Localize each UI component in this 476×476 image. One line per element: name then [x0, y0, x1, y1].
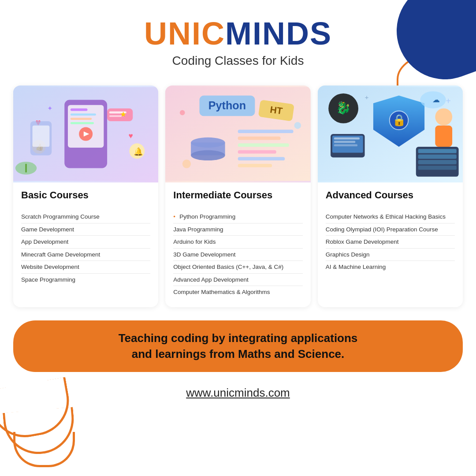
banner-line1: Teaching coding by integrating applicati… — [119, 331, 358, 345]
list-item: 3D Game Development — [173, 249, 302, 261]
list-item: Game Development — [21, 223, 150, 236]
list-item: Computer Networks & Ethical Hacking Basi… — [326, 211, 455, 223]
list-item: Space Programming — [21, 274, 150, 286]
svg-rect-35 — [238, 150, 276, 154]
basic-card-content: Basic Courses Scratch Programming Course… — [13, 182, 158, 294]
svg-text:🔒: 🔒 — [392, 113, 406, 127]
brand-logo: UNICMINDS — [9, 18, 467, 49]
svg-point-46 — [435, 108, 452, 126]
svg-rect-34 — [238, 143, 289, 147]
intermediate-course-list: Python Programming Java Programming Ardu… — [173, 211, 302, 298]
website-section: www.unicminds.com — [0, 379, 476, 407]
svg-point-38 — [180, 110, 185, 115]
svg-rect-6 — [71, 122, 94, 124]
svg-text:HT: HT — [269, 104, 283, 117]
list-item: Object Oriented Basics (C++, Java, & C#) — [173, 261, 302, 274]
advanced-course-list: Computer Networks & Ethical Hacking Basi… — [326, 211, 455, 273]
svg-text:🐉: 🐉 — [336, 100, 351, 115]
cards-container: ♥ ♥ 👍 ★ ✦ 🔔 Basic Courses — [0, 77, 476, 316]
logo-unic: UNIC — [144, 16, 225, 51]
svg-rect-32 — [238, 130, 294, 133]
svg-rect-4 — [71, 114, 96, 116]
advanced-card-content: Advanced Courses Computer Networks & Eth… — [318, 182, 463, 282]
svg-rect-56 — [418, 160, 456, 164]
svg-point-39 — [294, 122, 301, 129]
svg-rect-21 — [33, 126, 50, 147]
header: UNICMINDS Coding Classes for Kids — [0, 0, 476, 77]
list-item: Arduino for Kids — [173, 236, 302, 249]
list-item: Graphics Design — [326, 249, 455, 261]
bottom-banner: Teaching coding by integrating applicati… — [13, 320, 463, 372]
list-item: Python Programming — [173, 211, 302, 223]
advanced-card-image: 🐉 🔒 — [318, 86, 463, 182]
svg-text:★: ★ — [120, 110, 126, 119]
svg-rect-37 — [238, 164, 272, 167]
intermediate-card: Python HT Interm — [165, 86, 310, 307]
svg-text:+: + — [446, 96, 450, 106]
list-item: Advanced App Development — [173, 274, 302, 286]
intermediate-card-content: Intermediate Courses Python Programming … — [165, 182, 310, 307]
svg-rect-57 — [418, 166, 456, 170]
svg-rect-36 — [238, 157, 285, 160]
list-item: Java Programming — [173, 223, 302, 236]
svg-rect-2 — [68, 105, 104, 148]
list-item: Coding Olympiad (IOI) Preparation Course — [326, 223, 455, 236]
svg-point-31 — [191, 150, 225, 160]
svg-rect-50 — [334, 138, 359, 140]
basic-card-title: Basic Courses — [21, 190, 150, 205]
svg-rect-55 — [418, 154, 456, 159]
list-item: App Development — [21, 236, 150, 249]
banner-text: Teaching coding by integrating applicati… — [31, 330, 445, 362]
advanced-card: 🐉 🔒 — [318, 86, 463, 307]
advanced-card-title: Advanced Courses — [326, 190, 455, 205]
banner-line2: and learnings from Maths and Science. — [132, 347, 345, 361]
svg-rect-3 — [71, 108, 88, 111]
svg-text:♥: ♥ — [129, 131, 133, 140]
basic-course-list: Scratch Programming Course Game Developm… — [21, 211, 150, 286]
svg-point-40 — [182, 160, 191, 168]
svg-rect-5 — [71, 118, 92, 120]
list-item: AI & Machine Learning — [326, 261, 455, 273]
list-item: Minecraft Game Development — [21, 249, 150, 261]
intermediate-card-title: Intermediate Courses — [173, 190, 302, 205]
tagline: Coding Classes for Kids — [9, 54, 467, 68]
svg-text:☁: ☁ — [432, 95, 439, 104]
svg-text:+: + — [364, 94, 368, 101]
svg-text:✦: ✦ — [47, 104, 53, 112]
list-item: Roblox Game Development — [326, 236, 455, 249]
svg-text:Python: Python — [208, 99, 246, 112]
svg-rect-52 — [334, 144, 357, 146]
list-item: Website Development — [21, 261, 150, 274]
svg-rect-23 — [25, 164, 27, 172]
svg-rect-33 — [238, 137, 281, 140]
logo-minds: MINDS — [225, 16, 332, 51]
intermediate-card-image: Python HT — [165, 86, 310, 182]
list-item: Scratch Programming Course — [21, 211, 150, 223]
basic-card: ♥ ♥ 👍 ★ ✦ 🔔 Basic Courses — [13, 86, 158, 307]
svg-rect-47 — [435, 126, 452, 147]
svg-rect-51 — [334, 141, 355, 143]
svg-text:🔔: 🔔 — [134, 147, 143, 156]
list-item: Computer Mathematics & Algorithms — [173, 286, 302, 298]
basic-card-image: ♥ ♥ 👍 ★ ✦ 🔔 — [13, 86, 158, 182]
website-url[interactable]: www.unicminds.com — [186, 386, 290, 399]
svg-rect-54 — [418, 149, 456, 153]
